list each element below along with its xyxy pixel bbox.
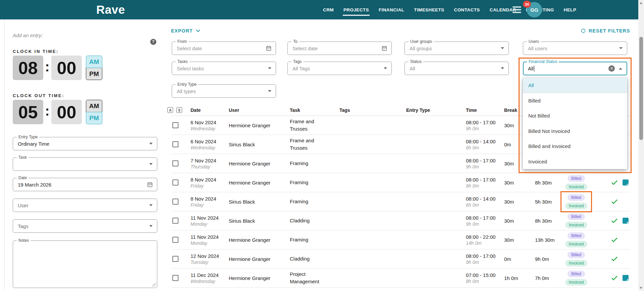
nav-item-crm[interactable]: CRM <box>323 5 334 14</box>
filter-entry-type[interactable]: Entry Type All types <box>172 84 276 98</box>
option-invoiced[interactable]: Invoiced <box>523 154 627 169</box>
app-logo[interactable]: Rave <box>96 3 125 16</box>
row-checkbox[interactable] <box>172 199 178 205</box>
row-day: Friday <box>191 202 229 208</box>
financial-badge-invoiced: Invoiced <box>565 203 588 209</box>
note-icon[interactable] <box>623 218 629 224</box>
notes-textarea[interactable]: Notes <box>13 240 157 288</box>
row-user: Sirius Black <box>229 218 290 224</box>
financial-status-dropdown: AllBilledNot BilledBilled Not InvoicedBi… <box>523 78 627 169</box>
filter-tasks[interactable]: Tasks Select tasks <box>172 62 276 75</box>
filter-tags[interactable]: Tags All Tags <box>287 62 392 75</box>
text-caret <box>534 66 535 72</box>
clock-in-am-button[interactable]: AM <box>86 56 102 68</box>
nav-item-financial[interactable]: FINANCIAL <box>379 5 404 14</box>
row-day: Friday <box>191 183 229 189</box>
option-billed-and-invoiced[interactable]: Billed and Invoiced <box>523 139 627 154</box>
financial-badge-invoiced: Invoiced <box>565 241 588 247</box>
row-user: Hermione Granger <box>229 123 290 128</box>
filter-entry-type-value: All types <box>172 88 268 94</box>
filter-users[interactable]: Users All users <box>523 42 627 55</box>
scrollbar-thumb[interactable] <box>639 37 643 140</box>
row-day: Wednesday <box>191 279 229 284</box>
table-row: 8 Nov 2024 Friday Sirius Black Framing 0… <box>172 192 630 211</box>
clock-out-am-button[interactable]: AM <box>86 100 102 112</box>
row-task: Project Management <box>290 271 339 285</box>
billable-icon[interactable]: $ <box>176 107 182 113</box>
col-header-entry-type: Entry Type <box>406 107 466 113</box>
clock-colon: : <box>43 56 51 80</box>
filter-tasks-label: Tasks <box>176 59 190 64</box>
row-user: Sirius Black <box>229 142 290 147</box>
row-checkbox[interactable] <box>172 256 178 262</box>
clear-icon[interactable]: ✕ <box>608 65 615 72</box>
scroll-down-arrow-icon[interactable] <box>640 287 642 289</box>
resize-handle[interactable] <box>152 283 156 287</box>
filter-user-groups[interactable]: User groups All groups <box>405 42 509 55</box>
row-checkbox[interactable] <box>172 218 178 224</box>
row-user: Sirius Black <box>229 199 290 205</box>
option-all[interactable]: All <box>523 78 627 93</box>
export-button[interactable]: EXPORT <box>171 28 200 33</box>
calendar-icon[interactable] <box>381 45 387 51</box>
row-duration: 6h 0m <box>466 202 504 208</box>
row-checkbox[interactable] <box>172 179 178 186</box>
chevron-down-icon <box>149 225 153 227</box>
row-duration: 9h 0m <box>466 221 504 227</box>
user-field[interactable]: User <box>13 199 157 212</box>
option-billed[interactable]: Billed <box>523 93 627 108</box>
hamburger-menu-icon[interactable] <box>513 6 521 13</box>
row-task: Framing <box>290 160 339 167</box>
filter-to-label: To <box>291 39 299 44</box>
row-checkbox[interactable] <box>172 237 178 243</box>
filter-to[interactable]: To Select date <box>287 42 392 55</box>
row-checkbox[interactable] <box>172 275 178 281</box>
nav-item-help[interactable]: HELP <box>564 5 577 14</box>
user-placeholder: User <box>13 203 149 208</box>
clock-in-hour[interactable]: 08 <box>13 56 43 80</box>
tags-field[interactable]: Tags <box>13 219 157 233</box>
nav-item-timesheets[interactable]: TIMESHEETS <box>414 5 444 14</box>
row-task: Cladding <box>290 217 339 224</box>
date-field[interactable]: Date 19 March 2026 <box>13 178 157 191</box>
note-icon[interactable] <box>623 179 629 186</box>
filter-status[interactable]: Status All <box>405 62 509 75</box>
nav-item-calendar[interactable]: CALENDAR <box>490 5 516 14</box>
chevron-down-icon <box>196 29 200 32</box>
row-time: 08:00 - 14:00 <box>466 139 504 144</box>
reset-filters-button[interactable]: RESET FILTERS <box>581 28 630 33</box>
clock-out-minute[interactable]: 00 <box>51 100 82 124</box>
row-checkbox[interactable] <box>172 141 178 147</box>
col-header-tags: Tags <box>339 107 406 113</box>
clock-in-minute[interactable]: 00 <box>51 56 82 80</box>
row-time: 08:00 - 17:00 <box>466 215 504 221</box>
calendar-icon[interactable] <box>147 181 153 188</box>
export-label: EXPORT <box>171 28 193 33</box>
filter-to-placeholder: Select date <box>288 46 381 51</box>
sidebar-divider <box>4 19 5 291</box>
clock-in-pm-button[interactable]: PM <box>86 68 102 80</box>
row-duration: 9h 0m <box>466 260 504 265</box>
nav-item-projects[interactable]: PROJECTS <box>343 5 369 14</box>
task-field[interactable]: Task <box>13 157 157 171</box>
clock-out-hour[interactable]: 05 <box>13 100 43 124</box>
option-billed-not-invoiced[interactable]: Billed Not Invoiced <box>523 124 627 139</box>
nav-item-contacts[interactable]: CONTACTS <box>454 5 480 14</box>
clock-out-pm-button[interactable]: PM <box>86 112 102 124</box>
help-icon[interactable]: ? <box>150 39 156 45</box>
entry-type-value: Ordinary Time <box>13 141 149 147</box>
vertical-scrollbar[interactable] <box>638 0 644 291</box>
scroll-up-arrow-icon[interactable] <box>640 2 642 4</box>
filter-financial-status[interactable]: Financial Status All ✕ <box>523 62 627 75</box>
filter-users-label: Users <box>527 39 541 44</box>
row-date: 6 Nov 2024 <box>191 120 229 125</box>
row-checkbox[interactable] <box>172 122 178 128</box>
row-date: 11 Nov 2024 <box>191 234 229 240</box>
filter-from[interactable]: From Select date <box>172 42 276 55</box>
entry-type-field[interactable]: Entry Type Ordinary Time <box>13 137 157 150</box>
option-not-billed[interactable]: Not Billed <box>523 108 627 124</box>
note-icon[interactable] <box>623 275 629 281</box>
select-all-icon[interactable]: A <box>167 107 173 113</box>
row-checkbox[interactable] <box>172 160 178 166</box>
calendar-icon[interactable] <box>266 45 272 51</box>
